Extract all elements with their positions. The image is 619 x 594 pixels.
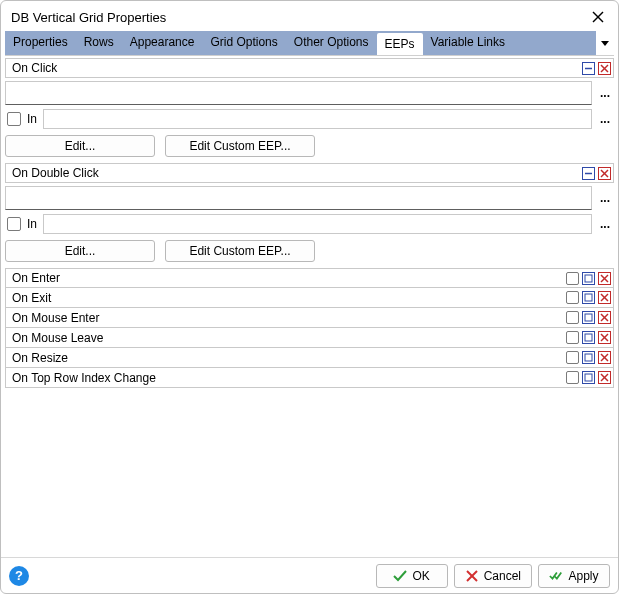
expand-button[interactable] xyxy=(581,271,596,286)
tab-label: Rows xyxy=(84,35,114,49)
in-checkbox[interactable] xyxy=(7,217,21,231)
event-checkbox[interactable] xyxy=(566,291,579,304)
browse-in-button[interactable]: ... xyxy=(596,217,614,231)
browse-button[interactable]: ... xyxy=(596,191,614,205)
cancel-button[interactable]: Cancel xyxy=(454,564,532,588)
event-checkbox[interactable] xyxy=(566,272,579,285)
event-title: On Exit xyxy=(6,291,566,305)
double-check-icon xyxy=(549,570,563,582)
tab-overflow-button[interactable] xyxy=(596,31,614,55)
button-label: Cancel xyxy=(484,569,521,583)
button-label: Edit... xyxy=(65,244,96,258)
event-row-on-exit[interactable]: On Exit xyxy=(5,288,614,308)
tab-rows[interactable]: Rows xyxy=(76,31,122,55)
edit-button[interactable]: Edit... xyxy=(5,240,155,262)
expand-button[interactable] xyxy=(581,370,596,385)
svg-rect-13 xyxy=(585,275,592,282)
ok-button[interactable]: OK xyxy=(376,564,448,588)
event-value-row: ... xyxy=(5,186,614,210)
x-box-icon xyxy=(598,291,611,304)
clear-button[interactable] xyxy=(597,310,612,325)
clear-button[interactable] xyxy=(597,61,612,76)
collapse-button[interactable] xyxy=(581,166,596,181)
ellipsis-icon: ... xyxy=(600,112,610,126)
clear-button[interactable] xyxy=(597,350,612,365)
tab-variable-links[interactable]: Variable Links xyxy=(423,31,513,55)
event-row-on-mouse-enter[interactable]: On Mouse Enter xyxy=(5,308,614,328)
collapse-button[interactable] xyxy=(581,61,596,76)
in-label: In xyxy=(27,217,37,231)
tab-appearance[interactable]: Appearance xyxy=(122,31,203,55)
svg-rect-27 xyxy=(583,332,595,344)
clear-button[interactable] xyxy=(597,166,612,181)
ellipsis-icon: ... xyxy=(600,191,610,205)
tab-grid-options[interactable]: Grid Options xyxy=(202,31,285,55)
minus-box-icon xyxy=(582,167,595,180)
check-icon xyxy=(393,570,407,582)
in-label: In xyxy=(27,112,37,126)
expand-button[interactable] xyxy=(581,310,596,325)
svg-rect-37 xyxy=(583,372,595,384)
clear-button[interactable] xyxy=(597,370,612,385)
in-checkbox[interactable] xyxy=(7,112,21,126)
tab-properties[interactable]: Properties xyxy=(5,31,76,55)
titlebar: DB Vertical Grid Properties xyxy=(1,1,618,31)
event-row-on-resize[interactable]: On Resize xyxy=(5,348,614,368)
event-title: On Top Row Index Change xyxy=(6,371,566,385)
event-checkbox[interactable] xyxy=(566,351,579,364)
in-input[interactable] xyxy=(43,214,592,234)
browse-in-button[interactable]: ... xyxy=(596,112,614,126)
event-checkbox[interactable] xyxy=(566,331,579,344)
x-box-icon xyxy=(598,331,611,344)
tab-label: Grid Options xyxy=(210,35,277,49)
svg-rect-12 xyxy=(583,272,595,284)
apply-button[interactable]: Apply xyxy=(538,564,610,588)
event-value-input[interactable] xyxy=(5,81,592,105)
event-checkbox[interactable] xyxy=(566,311,579,324)
tab-label: Properties xyxy=(13,35,68,49)
event-block-on-double-click: On Double Click xyxy=(5,163,614,262)
expand-button[interactable] xyxy=(581,350,596,365)
event-row-actions xyxy=(566,271,613,286)
button-label: Edit Custom EEP... xyxy=(189,139,290,153)
event-checkbox[interactable] xyxy=(566,371,579,384)
x-box-icon xyxy=(598,311,611,324)
event-row-actions xyxy=(566,330,613,345)
dialog-window: DB Vertical Grid Properties Properties R… xyxy=(0,0,619,594)
event-row-on-enter[interactable]: On Enter xyxy=(5,268,614,288)
window-title: DB Vertical Grid Properties xyxy=(11,10,166,25)
edit-custom-eep-button[interactable]: Edit Custom EEP... xyxy=(165,135,315,157)
clear-button[interactable] xyxy=(597,290,612,305)
help-button[interactable]: ? xyxy=(9,566,29,586)
x-box-icon xyxy=(598,62,611,75)
tab-label: Appearance xyxy=(130,35,195,49)
event-row-actions xyxy=(566,310,613,325)
edit-custom-eep-button[interactable]: Edit Custom EEP... xyxy=(165,240,315,262)
event-title: On Resize xyxy=(6,351,566,365)
browse-button[interactable]: ... xyxy=(596,86,614,100)
svg-rect-38 xyxy=(585,374,592,381)
x-box-icon xyxy=(598,371,611,384)
tab-other-options[interactable]: Other Options xyxy=(286,31,377,55)
svg-rect-17 xyxy=(583,292,595,304)
tab-eeps[interactable]: EEPs xyxy=(377,33,423,55)
event-row-actions xyxy=(566,370,613,385)
x-icon xyxy=(465,570,479,582)
in-input[interactable] xyxy=(43,109,592,129)
event-row-on-mouse-leave[interactable]: On Mouse Leave xyxy=(5,328,614,348)
button-label: Apply xyxy=(568,569,598,583)
expand-button[interactable] xyxy=(581,290,596,305)
event-row-on-top-row-index-change[interactable]: On Top Row Index Change xyxy=(5,368,614,388)
edit-button[interactable]: Edit... xyxy=(5,135,155,157)
clear-button[interactable] xyxy=(597,330,612,345)
expand-button[interactable] xyxy=(581,330,596,345)
button-label: OK xyxy=(412,569,429,583)
window-close-button[interactable] xyxy=(588,7,608,27)
event-in-row: In ... xyxy=(5,214,614,234)
svg-rect-32 xyxy=(583,352,595,364)
minus-box-icon xyxy=(582,62,595,75)
x-box-icon xyxy=(598,167,611,180)
event-value-input[interactable] xyxy=(5,186,592,210)
clear-button[interactable] xyxy=(597,271,612,286)
expand-box-icon xyxy=(582,291,595,304)
